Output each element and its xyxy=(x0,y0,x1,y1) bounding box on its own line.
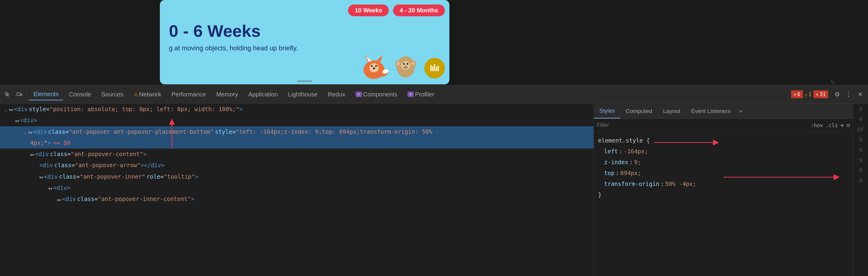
prop-name-transform-origin: transform-origin xyxy=(604,178,659,189)
svg-point-20 xyxy=(405,65,407,67)
triangle-1[interactable]: ▼ xyxy=(9,108,13,112)
style-prop-zindex: z-index : 9; xyxy=(598,157,849,168)
main-content: … ▼ <div style="position: absolute; top:… xyxy=(0,104,868,276)
html-line-2: ▼ <div> xyxy=(0,115,593,126)
svg-point-15 xyxy=(396,62,400,65)
svg-rect-21 xyxy=(430,65,432,71)
triangle-7[interactable]: ▼ xyxy=(48,187,52,191)
svg-rect-23 xyxy=(434,65,435,71)
filter-expand-button[interactable]: ⊡ xyxy=(846,122,850,128)
styles-panel: Styles Computed Layout Event Listeners »… xyxy=(593,104,853,276)
tab-redux[interactable]: Redux xyxy=(323,88,350,100)
tab-event-listeners[interactable]: Event Listeners xyxy=(685,104,736,118)
monkey-toy xyxy=(392,50,419,81)
html-line-5: <div class="ant-popover-arrow" ></div> xyxy=(0,160,593,171)
divider xyxy=(27,90,27,99)
tab-computed[interactable]: Computed xyxy=(620,104,658,118)
triangle-6[interactable]: ▼ xyxy=(39,176,43,180)
styles-tabs: Styles Computed Layout Event Listeners » xyxy=(594,104,853,119)
right-num-4: 9 xyxy=(853,145,868,155)
more-options-button[interactable]: ⋮ xyxy=(843,89,854,100)
style-prop-top: top : 694px; xyxy=(598,168,849,178)
right-num-7: 9 xyxy=(853,175,868,185)
tab-layout[interactable]: Layout xyxy=(657,104,685,118)
html-line-3-selected[interactable]: … ▼ <div class="ant-popover ant-popover-… xyxy=(0,126,593,137)
svg-point-6 xyxy=(371,65,373,67)
triangle-3[interactable]: ▼ xyxy=(28,131,32,135)
svg-rect-27 xyxy=(21,94,22,96)
right-num-df: DF xyxy=(853,124,868,134)
fox-toy xyxy=(359,50,389,81)
style-selector: element.style { xyxy=(598,135,849,146)
preview-card: 10 Weeks 4 - 20 Months 0 - 6 Weeks g at … xyxy=(160,0,450,84)
gold-circle-icon xyxy=(424,58,445,78)
svg-point-18 xyxy=(403,63,405,65)
prop-colon-zindex: : xyxy=(629,157,633,168)
preview-area: 10 Weeks 4 - 20 Months 0 - 6 Weeks g at … xyxy=(0,0,853,88)
resize-handle: ⤡ xyxy=(830,79,835,85)
tab-lighthouse[interactable]: Lighthouse xyxy=(283,88,322,100)
tabs-more[interactable]: » xyxy=(736,108,745,114)
triangle-8[interactable]: ▶ xyxy=(57,198,61,202)
right-num-1: 9 xyxy=(853,104,868,114)
triangle-2[interactable]: ▼ xyxy=(15,119,19,123)
html-line-4: ▼ <div class="ant-popover-content" > xyxy=(0,148,593,160)
settings-button[interactable]: ⚙ xyxy=(832,89,843,100)
right-numbers: 9 9 DF 9 9 9 9 9 xyxy=(853,104,868,276)
filter-cls-button[interactable]: .cls xyxy=(826,122,838,128)
prop-colon-transform: : xyxy=(660,178,664,189)
tab-elements[interactable]: Elements xyxy=(29,88,63,100)
right-num-3: 9 xyxy=(853,134,868,145)
badge-container: ✕ 6 ⚠ 1 ✕ 31 xyxy=(791,91,828,98)
svg-rect-25 xyxy=(438,66,439,71)
inspect-element-button[interactable] xyxy=(2,89,13,100)
tab-components[interactable]: ⚛ Components xyxy=(351,88,402,100)
prop-colon-left: : xyxy=(619,146,622,157)
svg-rect-26 xyxy=(17,93,20,96)
badge-10-weeks: 10 Weeks xyxy=(348,4,389,16)
prop-name-left: left xyxy=(604,146,618,157)
filter-input[interactable] xyxy=(597,122,808,128)
close-devtools-button[interactable]: ✕ xyxy=(855,89,866,100)
triangle-4[interactable]: ▼ xyxy=(30,153,34,157)
html-line-7: ▼ <div> xyxy=(0,182,593,194)
svg-point-19 xyxy=(407,63,408,65)
html-line-6: ▼ <div class="ant-popover-inner" role="t… xyxy=(0,171,593,182)
right-num-2: 9 xyxy=(853,114,868,124)
svg-point-17 xyxy=(411,62,415,65)
filter-bar: :hov .cls + ⊡ xyxy=(594,119,853,132)
svg-rect-22 xyxy=(432,66,433,71)
badge-container: 10 Weeks 4 - 20 Months xyxy=(348,4,445,16)
svg-marker-4 xyxy=(376,55,383,62)
html-line-8: ▶ <div class="ant-popover-inner-content"… xyxy=(0,194,593,205)
right-num-6: 9 xyxy=(853,165,868,175)
info-badge: ✕ 31 xyxy=(813,91,828,98)
styles-content: element.style { left : -164px; z-index :… xyxy=(594,132,853,276)
tab-application[interactable]: Application xyxy=(243,88,283,100)
svg-rect-24 xyxy=(436,67,437,71)
tab-profiler[interactable]: ⚛ Profiler xyxy=(403,88,439,100)
tab-memory[interactable]: Memory xyxy=(211,88,243,100)
prop-name-top: top xyxy=(604,168,614,178)
device-toggle-button[interactable] xyxy=(14,89,25,100)
tab-performance[interactable]: Performance xyxy=(167,88,211,100)
prop-val-transform-origin: 50% -4px; xyxy=(665,178,696,189)
right-num-5: 9 xyxy=(853,155,868,165)
tab-styles[interactable]: Styles xyxy=(594,104,620,118)
style-prop-transform-origin: transform-origin : 50% -4px; xyxy=(598,178,849,189)
badge-4-20-months: 4 - 20 Months xyxy=(393,4,445,16)
prop-colon-top: : xyxy=(616,168,619,178)
filter-hov-button[interactable]: :hov xyxy=(811,122,823,128)
prop-name-zindex: z-index xyxy=(604,157,628,168)
style-close-brace: } xyxy=(598,189,849,200)
tab-sources[interactable]: Sources xyxy=(96,88,128,100)
style-prop-left: left : -164px; xyxy=(598,146,849,157)
tab-console[interactable]: Console xyxy=(64,88,96,100)
prop-val-left: -164px; xyxy=(624,146,648,157)
scroll-indicator xyxy=(297,80,312,82)
warning-badge: ⚠ 1 xyxy=(805,91,812,97)
devtools-toolbar: Elements Console Sources ⚠ Network Perfo… xyxy=(0,85,868,104)
html-line-3b: 4px;" > == $0 xyxy=(0,137,593,148)
filter-add-button[interactable]: + xyxy=(840,122,844,129)
tab-network[interactable]: ⚠ Network xyxy=(129,88,166,100)
